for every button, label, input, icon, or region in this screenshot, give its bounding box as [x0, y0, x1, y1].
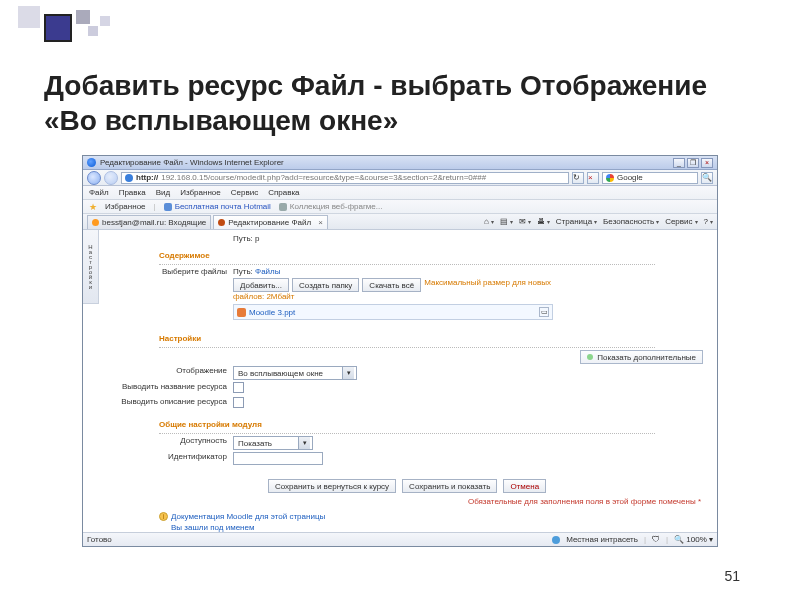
- tab-label: Редактирование Файл: [228, 218, 311, 227]
- tab-editing[interactable]: Редактирование Файл ×: [213, 215, 328, 229]
- login-info-link[interactable]: i Вы зашли под именем: [159, 523, 711, 532]
- path-prefix: Путь:: [233, 267, 253, 276]
- show-desc-label: Выводить описание ресурса: [103, 397, 233, 410]
- restore-button[interactable]: ❐: [687, 158, 699, 168]
- link-icon: [279, 203, 287, 211]
- save-show-button[interactable]: Сохранить и показать: [402, 479, 497, 493]
- chevron-down-icon[interactable]: ▾: [298, 437, 310, 449]
- close-button[interactable]: ×: [701, 158, 713, 168]
- max-size-note-2: файлов: 2Мбайт: [233, 292, 711, 301]
- favorites-label[interactable]: Избранное: [105, 202, 146, 211]
- address-bar: http:// 192.168.0.15/course/modedit.php?…: [83, 170, 717, 186]
- minimize-button[interactable]: _: [673, 158, 685, 168]
- favlink-fragments[interactable]: Коллекция веб-фрагме...: [279, 202, 383, 211]
- availability-select[interactable]: Показать ▾: [233, 436, 313, 450]
- info-icon: i: [159, 512, 168, 521]
- status-bar: Готово Местная интрасеть | 🛡 | 🔍 100% ▾: [83, 532, 717, 546]
- choose-files-label: Выберите файлы: [103, 267, 233, 320]
- add-file-button[interactable]: Добавить...: [233, 278, 289, 292]
- favorites-bar: ★ Избранное | Бесплатная почта Hotmail К…: [83, 200, 717, 214]
- link-icon: [164, 203, 172, 211]
- path-link[interactable]: Файлы: [255, 267, 280, 276]
- mail-icon: ✉: [519, 217, 526, 226]
- editor-path: Путь: p: [233, 234, 711, 243]
- command-bar: ⌂▾ ▤▾ ✉▾ 🖶▾ Страница▾ Безопасность▾ Серв…: [484, 217, 713, 226]
- browser-window: Редактирование Файл - Windows Internet E…: [82, 155, 718, 547]
- page-menu[interactable]: Страница▾: [556, 217, 597, 226]
- display-label: Отображение: [103, 366, 233, 380]
- identifier-label: Идентификатор: [103, 452, 233, 467]
- home-icon: ⌂: [484, 217, 489, 226]
- form-actions: Сохранить и вернуться к курсу Сохранить …: [103, 479, 711, 493]
- favorites-star-icon[interactable]: ★: [89, 202, 97, 212]
- search-go-button[interactable]: 🔍: [701, 172, 713, 184]
- tab-mail[interactable]: besstjan@mail.ru: Входящие: [87, 215, 211, 229]
- sidebar-tab-settings[interactable]: Настройки: [83, 230, 99, 304]
- favlink-hotmail[interactable]: Бесплатная почта Hotmail: [164, 202, 271, 211]
- required-note: Обязательные для заполнения поля в этой …: [103, 497, 701, 506]
- moodle-docs-link[interactable]: i Документация Moodle для этой страницы: [159, 512, 711, 521]
- help-icon: ?: [704, 217, 708, 226]
- titlebar: Редактирование Файл - Windows Internet E…: [83, 156, 717, 170]
- tab-close-icon[interactable]: ×: [318, 218, 323, 227]
- help-button[interactable]: ?▾: [704, 217, 713, 226]
- back-button[interactable]: [87, 171, 101, 185]
- ppt-icon: [237, 308, 246, 317]
- feeds-button[interactable]: ▤▾: [500, 217, 513, 226]
- availability-value: Показать: [236, 439, 298, 448]
- section-settings-title: Настройки: [159, 334, 711, 343]
- save-return-button[interactable]: Сохранить и вернуться к курсу: [268, 479, 396, 493]
- tab-bar: besstjan@mail.ru: Входящие Редактировани…: [83, 214, 717, 230]
- zoom-level[interactable]: 🔍 100% ▾: [674, 535, 713, 544]
- menu-favorites[interactable]: Избранное: [180, 188, 221, 197]
- service-menu[interactable]: Сервис▾: [665, 217, 697, 226]
- stop-button[interactable]: ×: [587, 172, 599, 184]
- availability-label: Доступность: [103, 436, 233, 450]
- identifier-input[interactable]: [233, 452, 323, 465]
- tab-favicon-icon: [218, 219, 225, 226]
- cancel-button[interactable]: Отмена: [503, 479, 546, 493]
- show-name-checkbox[interactable]: [233, 382, 244, 393]
- show-name-label: Выводить название ресурса: [103, 382, 233, 395]
- protected-mode-icon: 🛡: [652, 535, 660, 544]
- zone-icon: [552, 536, 560, 544]
- status-done: Готово: [87, 535, 112, 544]
- google-icon: [606, 174, 614, 182]
- download-all-button[interactable]: Скачать всё: [362, 278, 421, 292]
- menu-edit[interactable]: Правка: [119, 188, 146, 197]
- file-item[interactable]: Moodle 3.ppt ▭: [233, 304, 553, 320]
- home-button[interactable]: ⌂▾: [484, 217, 494, 226]
- create-folder-button[interactable]: Создать папку: [292, 278, 359, 292]
- tab-favicon-icon: [92, 219, 99, 226]
- section-content-title: Содержимое: [159, 251, 711, 260]
- safety-menu[interactable]: Безопасность▾: [603, 217, 659, 226]
- refresh-button[interactable]: ↻: [572, 172, 584, 184]
- menu-view[interactable]: Вид: [156, 188, 170, 197]
- menu-tools[interactable]: Сервис: [231, 188, 258, 197]
- chevron-down-icon[interactable]: ▾: [342, 367, 354, 379]
- menu-help[interactable]: Справка: [268, 188, 299, 197]
- search-field[interactable]: Google: [602, 172, 698, 184]
- section-general-title: Общие настройки модуля: [159, 420, 711, 429]
- page-favicon-icon: [125, 174, 133, 182]
- show-desc-checkbox[interactable]: [233, 397, 244, 408]
- max-size-note: Максимальный размер для новых: [424, 278, 551, 292]
- dot-icon: [587, 354, 593, 360]
- url-field[interactable]: http:// 192.168.0.15/course/modedit.php?…: [121, 172, 569, 184]
- file-delete-icon[interactable]: ▭: [539, 307, 549, 317]
- ie-icon: [87, 158, 96, 167]
- window-title: Редактирование Файл - Windows Internet E…: [100, 158, 284, 167]
- file-name[interactable]: Moodle 3.ppt: [249, 308, 295, 317]
- menu-file[interactable]: Файл: [89, 188, 109, 197]
- display-select[interactable]: Во всплывающем окне ▾: [233, 366, 357, 380]
- forward-button[interactable]: [104, 171, 118, 185]
- status-zone: Местная интрасеть: [566, 535, 638, 544]
- page-number: 51: [724, 568, 740, 584]
- page-content: Настройки Путь: p Содержимое Выберите фа…: [83, 230, 717, 532]
- print-button[interactable]: 🖶▾: [537, 217, 550, 226]
- show-advanced-button[interactable]: Показать дополнительные: [580, 350, 703, 364]
- mail-button[interactable]: ✉▾: [519, 217, 531, 226]
- tab-label: besstjan@mail.ru: Входящие: [102, 218, 206, 227]
- menubar: Файл Правка Вид Избранное Сервис Справка: [83, 186, 717, 200]
- slide-decoration: [4, 4, 124, 44]
